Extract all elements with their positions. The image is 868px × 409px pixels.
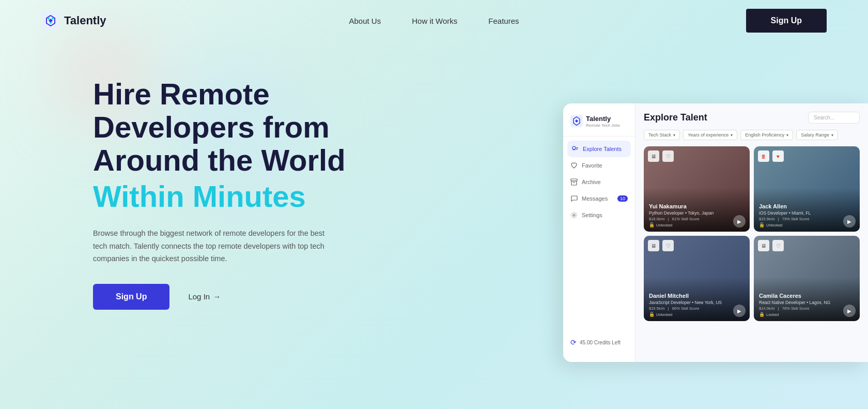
- card-name-jack: Jack Allen: [759, 203, 855, 209]
- credits-bar: ⟳ 45.00 Credits Left: [563, 333, 635, 352]
- lock-icon-camila: 🔒: [759, 312, 765, 317]
- card-overlay-yui: Yui Nakamura Python Developer • Tokyo, J…: [644, 188, 750, 232]
- filter-tech-stack[interactable]: Tech Stack: [644, 130, 680, 140]
- sidebar-explore-label: Explore Talents: [583, 146, 622, 152]
- unlock-icon-yui: 🔓: [649, 222, 655, 228]
- card-name-camila: Camila Caceres: [759, 293, 855, 299]
- sidebar-logo-text: Talently: [586, 115, 611, 123]
- sidebar-item-messages[interactable]: Messages 10: [563, 190, 635, 207]
- card-monitor-btn-yui[interactable]: 🖥: [648, 150, 659, 162]
- sidebar-item-favorite[interactable]: Favorite: [563, 157, 635, 174]
- card-overlay-jack: Jack Allen iOS Developer • Miami, FL $15…: [754, 188, 860, 232]
- card-status-camila: 🔒 Locked: [759, 312, 855, 317]
- explore-header: Explore Talent Search...: [644, 112, 860, 124]
- card-name-daniel: Daniel Mitchell: [649, 293, 745, 299]
- navbar: Talently About Us How it Works Features …: [0, 0, 868, 41]
- card-actions-jack: 🗑 ♥: [758, 150, 784, 162]
- nav-links: About Us How it Works Features: [349, 17, 519, 25]
- nav-about[interactable]: About Us: [349, 17, 381, 25]
- card-meta-yui: $18.0k/m | 81% Skill Score: [649, 217, 745, 221]
- mockup-sidebar: Talently Remote Tech Jobs Explore Talent…: [563, 103, 636, 362]
- card-role-daniel: JavaScript Developer • New York, US: [649, 300, 745, 305]
- sidebar-logo-icon: [570, 115, 583, 127]
- messages-badge: 10: [617, 195, 628, 202]
- filters-bar: Tech Stack Years of experience English P…: [644, 130, 860, 140]
- sidebar-item-archive[interactable]: Archive: [563, 174, 635, 190]
- filter-salary[interactable]: Salary Range: [796, 130, 838, 140]
- archive-icon: [570, 178, 578, 186]
- hero-title: Hire Remote Developers from Around the W…: [93, 78, 362, 215]
- sidebar-archive-label: Archive: [582, 179, 601, 185]
- nav-signup-button[interactable]: Sign Up: [746, 9, 827, 33]
- talent-card-daniel: 🖥 ♡ Daniel Mitchell JavaScript Developer…: [644, 236, 750, 321]
- svg-rect-7: [571, 181, 577, 185]
- sidebar-item-explore[interactable]: Explore Talents: [567, 141, 631, 157]
- card-role-jack: iOS Developer • Miami, FL: [759, 210, 855, 216]
- card-actions-daniel: 🖥 ♡: [648, 240, 674, 251]
- unlock-icon-daniel: 🔓: [649, 312, 655, 317]
- talent-card-camila: 🖥 ♡ Camila Caceres React Native Develope…: [754, 236, 860, 321]
- card-monitor-btn-camila[interactable]: 🖥: [758, 240, 769, 251]
- sidebar-logo-sub: Remote Tech Jobs: [586, 123, 620, 128]
- card-status-yui: 🔓 Unlocked: [649, 222, 745, 228]
- app-mockup: Talently Remote Tech Jobs Explore Talent…: [563, 103, 868, 362]
- card-monitor-btn-daniel[interactable]: 🖥: [648, 240, 659, 251]
- logo[interactable]: Talently: [41, 11, 106, 30]
- card-meta-daniel: $19.5k/m | 86% Skill Score: [649, 306, 745, 311]
- card-meta-camila: $14.0k/m | 78% Skill Score: [759, 306, 855, 311]
- hero-title-line1: Hire Remote: [93, 77, 270, 111]
- filter-english[interactable]: English Proficiency: [740, 130, 793, 140]
- svg-point-5: [572, 146, 576, 149]
- hero-title-highlight: Within Minutes: [93, 178, 362, 215]
- sidebar-favorite-label: Favorite: [582, 162, 602, 169]
- card-meta-jack: $15.9k/m | 79% Skill Score: [759, 217, 855, 221]
- settings-icon: [570, 211, 578, 219]
- nav-features[interactable]: Features: [488, 17, 519, 25]
- hero-signup-button[interactable]: Sign Up: [93, 284, 169, 310]
- play-btn-jack[interactable]: ▶: [843, 215, 856, 228]
- svg-point-3: [50, 22, 52, 24]
- card-status-jack: 🔓 Unlocked: [759, 222, 855, 228]
- svg-point-8: [573, 214, 575, 216]
- sidebar-logo-info: Talently Remote Tech Jobs: [586, 114, 620, 128]
- hero-actions: Sign Up Log In →: [93, 284, 362, 310]
- card-heart-btn-jack[interactable]: ♥: [772, 150, 784, 162]
- card-heart-btn-yui[interactable]: ♡: [662, 150, 674, 162]
- play-btn-camila[interactable]: ▶: [843, 305, 856, 317]
- play-btn-daniel[interactable]: ▶: [733, 305, 746, 317]
- nav-how[interactable]: How it Works: [412, 17, 457, 25]
- logo-text: Talently: [64, 14, 106, 27]
- search-box[interactable]: Search...: [808, 112, 860, 124]
- talent-grid: 🖥 ♡ Yui Nakamura Python Developer • Toky…: [644, 146, 860, 321]
- talent-card-jack: 🗑 ♥ Jack Allen iOS Developer • Miami, FL…: [754, 146, 860, 232]
- messages-icon: [570, 195, 578, 202]
- card-status-daniel: 🔓 Unlocked: [649, 312, 745, 317]
- hero-title-line3: Around the World: [93, 143, 346, 177]
- sidebar-logo: Talently Remote Tech Jobs: [563, 114, 635, 137]
- explore-icon: [571, 145, 579, 153]
- card-name-yui: Yui Nakamura: [649, 203, 745, 209]
- play-btn-yui[interactable]: ▶: [733, 215, 746, 228]
- card-role-camila: React Native Developer • Lagos, NG: [759, 300, 855, 305]
- hero-content: Hire Remote Developers from Around the W…: [93, 62, 362, 310]
- login-arrow-icon: →: [213, 292, 221, 301]
- unlock-icon-jack: 🔓: [759, 222, 765, 228]
- sidebar-messages-label: Messages: [582, 195, 608, 202]
- card-heart-btn-camila[interactable]: ♡: [772, 240, 784, 251]
- hero-subtitle: Browse through the biggest network of re…: [93, 227, 331, 265]
- mockup-main-content: Explore Talent Search... Tech Stack Year…: [636, 103, 868, 362]
- card-heart-btn-daniel[interactable]: ♡: [662, 240, 674, 251]
- talent-card-yui: 🖥 ♡ Yui Nakamura Python Developer • Toky…: [644, 146, 750, 232]
- card-trash-btn-jack[interactable]: 🗑: [758, 150, 769, 162]
- card-role-yui: Python Developer • Tokyo, Japan: [649, 210, 745, 216]
- explore-title: Explore Talent: [644, 112, 707, 123]
- svg-point-1: [48, 18, 50, 20]
- favorite-icon: [570, 162, 578, 169]
- sidebar-item-settings[interactable]: Settings: [563, 207, 635, 223]
- card-actions-yui: 🖥 ♡: [648, 150, 674, 162]
- hero-section: Hire Remote Developers from Around the W…: [0, 41, 868, 310]
- filter-experience[interactable]: Years of experience: [683, 130, 737, 140]
- hero-login-link[interactable]: Log In →: [188, 292, 221, 301]
- sidebar-settings-label: Settings: [582, 212, 602, 218]
- svg-rect-6: [571, 179, 577, 181]
